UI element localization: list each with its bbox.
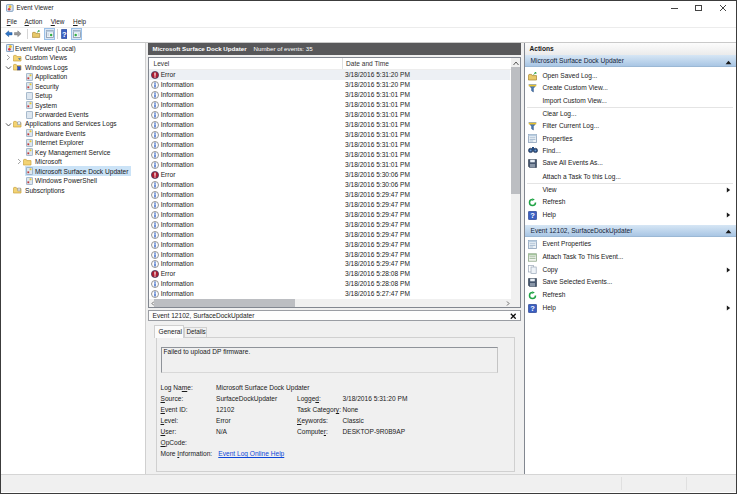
svg-text:?: ? bbox=[61, 30, 66, 39]
svg-text:?: ? bbox=[530, 211, 535, 220]
svg-text:?: ? bbox=[530, 304, 535, 313]
